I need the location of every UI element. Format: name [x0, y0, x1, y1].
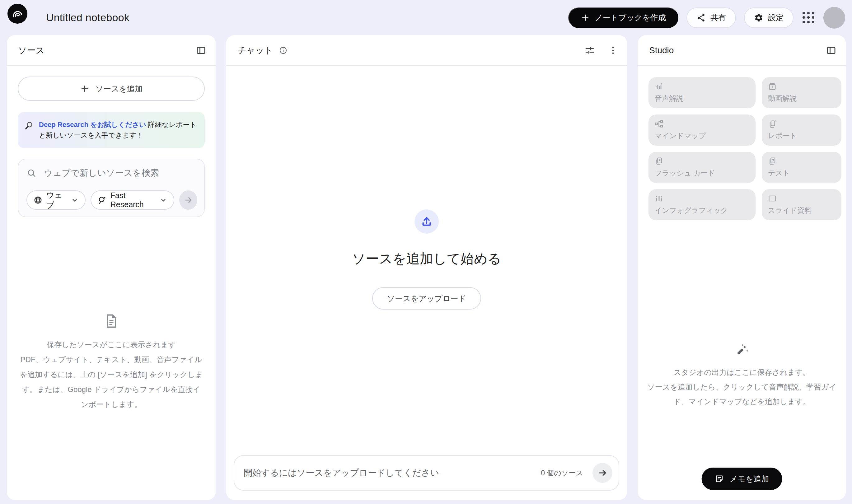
video-overview-icon — [768, 82, 835, 91]
chat-empty-state: ソースを追加して始める ソースをアップロード — [226, 210, 627, 309]
audio-overview-icon — [655, 82, 749, 91]
chat-panel-title: チャット — [237, 44, 273, 56]
note-icon — [715, 474, 724, 484]
sources-panel-content: ソースを追加 Deep Research をお試しください 詳細なレポートと新し… — [7, 76, 216, 412]
research-mode-dropdown[interactable]: Fast Research — [91, 191, 175, 210]
studio-card-quiz[interactable]: テスト — [762, 152, 841, 183]
studio-card-slides[interactable]: スライド資料 — [762, 189, 841, 220]
web-source-dropdown[interactable]: ウェブ — [26, 191, 86, 210]
upload-source-button[interactable]: ソースをアップロード — [372, 287, 481, 309]
chat-panel: チャット ソース — [226, 35, 627, 500]
chat-more-options-icon[interactable] — [608, 46, 618, 55]
document-icon — [103, 313, 120, 329]
chat-message-input[interactable] — [244, 468, 541, 478]
upload-icon — [414, 210, 439, 234]
account-avatar[interactable] — [823, 7, 845, 29]
sources-empty-body: PDF、ウェブサイト、テキスト、動画、音声ファイルを追加するには、上の [ソース… — [20, 352, 203, 412]
flashcards-icon — [655, 157, 749, 165]
top-header: Untitled notebook ノートブックを作成 共有 — [0, 0, 852, 35]
search-row — [26, 168, 197, 178]
chat-panel-header: チャット — [226, 35, 627, 66]
mind-map-icon — [655, 120, 749, 128]
search-icon — [26, 168, 36, 178]
notebooklm-logo-icon[interactable] — [7, 4, 28, 24]
plus-icon — [80, 84, 89, 93]
report-icon — [768, 120, 835, 128]
quiz-icon — [768, 157, 835, 165]
sources-panel-title: ソース — [18, 44, 45, 56]
studio-card-infographic[interactable]: インフォグラフィック — [649, 189, 756, 220]
notebooklm-app: Untitled notebook ノートブックを作成 共有 — [0, 0, 852, 504]
studio-card-video-overview[interactable]: 動画解説 — [762, 77, 841, 108]
share-button[interactable]: 共有 — [687, 7, 736, 28]
studio-panel-header: Studio — [638, 35, 846, 66]
deep-research-banner[interactable]: Deep Research をお試しください 詳細なレポートと新しいソースを入手… — [18, 112, 205, 148]
add-note-button[interactable]: メモを追加 — [702, 468, 782, 490]
add-source-button[interactable]: ソースを追加 — [18, 76, 205, 101]
studio-panel: Studio 音声解説 — [638, 35, 846, 500]
source-count-label: 0 個のソース — [541, 468, 583, 478]
header-actions: ノートブックを作成 共有 設定 — [568, 0, 845, 35]
slides-icon — [768, 194, 835, 203]
settings-button[interactable]: 設定 — [744, 7, 794, 28]
chevron-down-icon — [159, 196, 167, 204]
studio-output-grid: 音声解説 動画解説 マインドマップ — [638, 66, 846, 220]
sources-empty-state: 保存したソースがここに表示されます PDF、ウェブサイト、テキスト、動画、音声フ… — [18, 313, 205, 412]
fast-research-icon — [97, 195, 107, 205]
magnifier-emoji-icon — [24, 121, 34, 141]
gear-icon — [754, 13, 763, 22]
studio-empty-line1: スタジオの出力はここに保存されます。 — [644, 365, 840, 380]
search-submit-button[interactable] — [179, 191, 197, 210]
studio-empty-state: スタジオの出力はここに保存されます。 ソースを追加したら、クリックして音声解説、… — [638, 343, 846, 409]
studio-card-mind-map[interactable]: マインドマップ — [649, 114, 756, 146]
chat-empty-heading: ソースを追加して始める — [352, 250, 501, 268]
studio-card-flashcards[interactable]: フラッシュ カード — [649, 152, 756, 183]
sources-empty-title: 保存したソースがここに表示されます — [47, 337, 176, 352]
sources-panel-header: ソース — [7, 35, 216, 66]
chat-input-bar: 0 個のソース — [234, 455, 619, 491]
sources-panel: ソース ソースを追加 Deep Researc — [7, 35, 216, 500]
plus-icon — [581, 13, 590, 22]
search-sources-input[interactable] — [44, 168, 197, 178]
studio-panel-title: Studio — [649, 46, 674, 55]
globe-icon — [33, 195, 42, 205]
web-search-card: ウェブ Fast Research — [18, 159, 205, 217]
deep-research-link[interactable]: Deep Research をお試しください — [39, 121, 146, 128]
info-icon[interactable] — [279, 46, 287, 55]
share-icon — [696, 13, 706, 22]
search-options-row: ウェブ Fast Research — [26, 191, 197, 210]
studio-card-report[interactable]: レポート — [762, 114, 841, 146]
studio-card-audio-overview[interactable]: 音声解説 — [649, 77, 756, 108]
studio-empty-line2: ソースを追加したら、クリックして音声解説、学習ガイド、マインドマップなどを追加し… — [644, 380, 840, 409]
notebook-title[interactable]: Untitled notebook — [46, 12, 129, 24]
send-message-button[interactable] — [592, 463, 613, 483]
banner-text: Deep Research をお試しください 詳細なレポートと新しいソースを入手… — [39, 120, 197, 141]
infographic-icon — [655, 194, 749, 203]
chat-settings-icon[interactable] — [585, 46, 594, 55]
create-notebook-button[interactable]: ノートブックを作成 — [568, 7, 678, 28]
google-apps-icon[interactable] — [802, 11, 815, 24]
chevron-down-icon — [71, 196, 79, 204]
magic-wand-icon — [734, 343, 749, 358]
collapse-sources-panel-icon[interactable] — [196, 45, 206, 56]
collapse-studio-panel-icon[interactable] — [826, 45, 836, 56]
